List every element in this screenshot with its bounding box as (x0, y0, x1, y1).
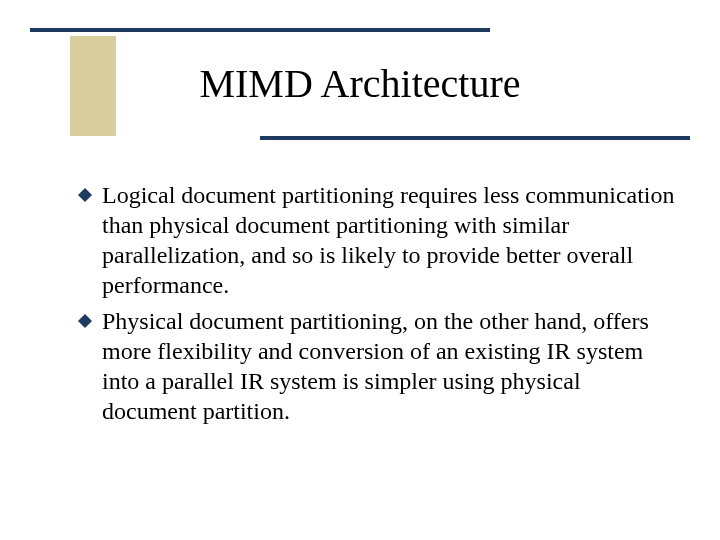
bullet-text: Physical document partitioning, on the o… (102, 306, 678, 426)
slide-title: MIMD Architecture (0, 60, 720, 107)
svg-marker-1 (78, 314, 92, 328)
top-horizontal-rule (30, 28, 490, 32)
diamond-bullet-icon (78, 314, 92, 328)
list-item: Physical document partitioning, on the o… (78, 306, 678, 426)
svg-marker-0 (78, 188, 92, 202)
diamond-bullet-icon (78, 188, 92, 202)
sub-horizontal-rule (260, 136, 690, 140)
bullet-text: Logical document partitioning requires l… (102, 180, 678, 300)
slide-body: Logical document partitioning requires l… (78, 180, 678, 432)
list-item: Logical document partitioning requires l… (78, 180, 678, 300)
